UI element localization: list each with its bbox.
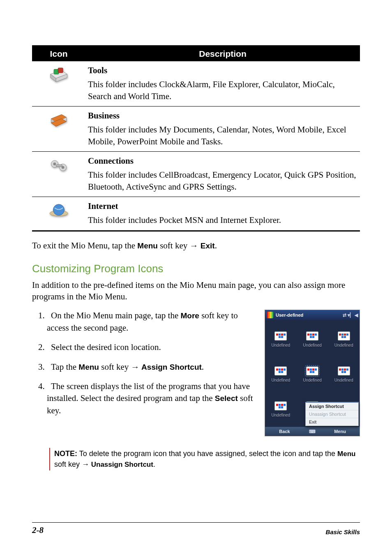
folder-desc: This folder includes My Documents, Calen… — [88, 124, 357, 147]
connections-icon — [48, 154, 70, 176]
page-footer: 2-8 Basic Skills — [32, 522, 360, 535]
status-icons: ⇄ ▾▏ ◀ — [343, 313, 358, 318]
exit-instruction: To exit the Mio Menu, tap the Menu soft … — [32, 241, 360, 251]
table-row: Connections This folder includes CellBro… — [32, 152, 360, 197]
intro-paragraph: In addition to the pre-defined items on … — [32, 279, 360, 303]
folder-title: Internet — [88, 200, 357, 212]
folder-description-table: Icon Description Tools This folder inclu… — [32, 45, 360, 232]
speaker-icon: ◀ — [355, 313, 358, 318]
svg-point-13 — [62, 166, 65, 169]
grid-icon — [306, 366, 318, 375]
svg-rect-11 — [56, 164, 62, 167]
folder-title: Connections — [88, 155, 357, 167]
shortcut-cell[interactable]: Undefined — [265, 392, 297, 427]
table-row: Internet This folder includes Pocket MSN… — [32, 197, 360, 231]
shortcut-cell[interactable]: Undefined — [265, 357, 297, 392]
grid-icon — [306, 331, 318, 341]
connections-icon-cell — [32, 152, 85, 197]
shortcut-cell[interactable]: Undefined — [297, 322, 328, 357]
arrow-icon: → — [131, 362, 140, 372]
grid-icon — [274, 331, 287, 341]
svg-rect-4 — [58, 68, 63, 73]
step-2: Select the desired icon location. — [47, 341, 257, 353]
start-logo-icon[interactable] — [267, 312, 273, 318]
table-row: Business This folder includes My Documen… — [32, 107, 360, 152]
folder-title: Tools — [88, 65, 357, 76]
col-header-icon: Icon — [32, 46, 85, 62]
menu-unassign-shortcut[interactable]: Unassign Shortcut — [306, 410, 358, 418]
grid-icon — [338, 331, 350, 341]
folder-desc: This folder includes CellBroadcast, Emer… — [88, 169, 357, 192]
menu-assign-shortcut[interactable]: Assign Shortcut — [306, 403, 358, 410]
grid-icon — [274, 401, 287, 410]
grid-icon — [274, 366, 287, 375]
business-icon — [48, 109, 70, 131]
internet-icon-cell — [32, 197, 85, 231]
table-row: Tools This folder includes Clock&Alarm, … — [32, 61, 360, 107]
steps-list: On the Mio Menu main page, tap the More … — [32, 310, 265, 424]
svg-point-12 — [53, 162, 56, 165]
folder-desc: This folder includes Clock&Alarm, File E… — [88, 79, 357, 102]
menu-exit[interactable]: Exit — [306, 418, 358, 426]
grid-icon — [338, 366, 350, 375]
heading-customizing: Customizing Program Icons — [32, 262, 360, 275]
keyboard-icon[interactable]: ⌨ — [304, 429, 321, 434]
tools-icon — [48, 64, 70, 86]
shortcut-cell[interactable]: Undefined — [328, 357, 360, 392]
shortcut-cell-selected[interactable]: Undefined — [297, 357, 328, 392]
arrow-icon: → — [82, 460, 89, 468]
shortcut-cell[interactable]: Undefined — [265, 322, 297, 357]
scr-titlebar: User-defined ⇄ ▾▏ ◀ — [265, 310, 360, 320]
step-3: Tap the Menu soft key → Assign Shortcut. — [47, 361, 257, 373]
device-screenshot: User-defined ⇄ ▾▏ ◀ Undefined Undefined … — [265, 310, 360, 436]
context-menu: Assign Shortcut Unassign Shortcut Exit — [305, 402, 359, 426]
soft-key-bar: Back ⌨ Menu — [265, 427, 360, 436]
softkey-back[interactable]: Back — [265, 429, 304, 434]
note-label: NOTE: — [54, 449, 77, 458]
page-number: 2-8 — [32, 525, 44, 535]
arrow-icon: → — [190, 241, 198, 250]
softkey-menu[interactable]: Menu — [321, 429, 360, 434]
internet-icon — [48, 199, 70, 222]
scr-title: User-defined — [276, 313, 343, 317]
folder-title: Business — [88, 110, 357, 121]
business-icon-cell — [32, 107, 85, 152]
shortcut-cell[interactable]: Undefined — [328, 322, 360, 357]
tools-icon-cell — [32, 61, 85, 107]
footer-section: Basic Skills — [326, 528, 360, 535]
step-4: The screen displays the list of the prog… — [47, 380, 257, 417]
shortcut-grid: Undefined Undefined Undefined Undefined … — [265, 320, 360, 427]
sync-icon: ⇄ — [343, 313, 346, 318]
note-box: NOTE: To delete the program icon that yo… — [49, 448, 360, 470]
col-header-description: Description — [85, 46, 360, 62]
folder-desc: This folder includes Pocket MSN and Inte… — [88, 214, 357, 226]
signal-icon: ▾▏ — [348, 313, 353, 318]
step-1: On the Mio Menu main page, tap the More … — [47, 310, 257, 334]
